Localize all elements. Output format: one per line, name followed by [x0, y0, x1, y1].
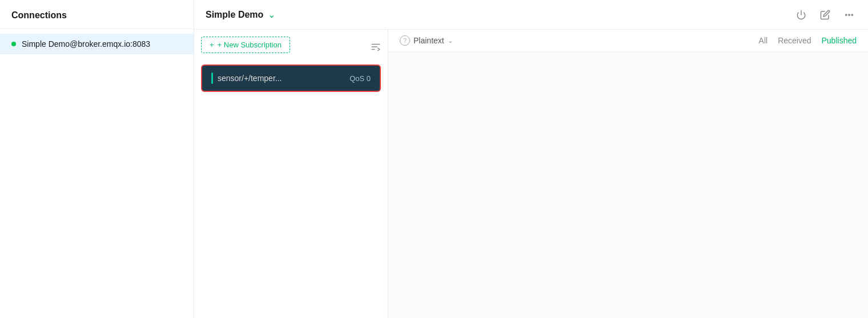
content-row: + + New Subscription sensor/+/temper..	[194, 30, 868, 318]
sidebar-header: Connections	[0, 0, 194, 29]
topbar: Simple Demo ⌄	[194, 0, 868, 30]
topbar-left: Simple Demo ⌄	[206, 9, 275, 20]
more-options-button[interactable]	[842, 7, 857, 22]
topbar-right	[794, 7, 857, 22]
plaintext-button[interactable]: ? Plaintext ⌄	[400, 35, 453, 46]
subscription-card-left: sensor/+/temper...	[211, 73, 282, 84]
new-subscription-button[interactable]: + + New Subscription	[201, 37, 290, 53]
edit-button[interactable]	[818, 7, 833, 22]
plaintext-label: Plaintext	[413, 36, 444, 45]
tab-published[interactable]: Published	[822, 36, 857, 45]
subscription-topic: sensor/+/temper...	[218, 74, 282, 83]
message-panel: ? Plaintext ⌄ All Received Published	[388, 30, 868, 318]
svg-point-2	[849, 14, 850, 15]
power-button[interactable]	[794, 7, 809, 22]
svg-point-3	[851, 14, 853, 15]
filter-tabs: All Received Published	[759, 36, 857, 45]
sidebar-title: Connections	[11, 10, 67, 20]
plaintext-icon: ?	[400, 35, 410, 46]
subscription-qos: QoS 0	[349, 74, 371, 83]
plus-icon: +	[210, 41, 214, 49]
sidebar-list: Simple Demo@broker.emqx.io:8083	[0, 29, 194, 59]
filter-icon[interactable]	[371, 42, 381, 54]
subscription-area: + + New Subscription sensor/+/temper..	[194, 30, 388, 318]
tab-all[interactable]: All	[759, 36, 768, 45]
message-toolbar: ? Plaintext ⌄ All Received Published	[388, 30, 868, 52]
sidebar: Connections Simple Demo@broker.emqx.io:8…	[0, 0, 194, 318]
sidebar-item-label: Simple Demo@broker.emqx.io:8083	[22, 39, 150, 49]
topbar-title: Simple Demo	[206, 10, 263, 20]
tab-received[interactable]: Received	[778, 36, 811, 45]
new-subscription-label: + New Subscription	[218, 41, 282, 49]
new-sub-btn-row: + + New Subscription	[201, 37, 381, 59]
plaintext-chevron-icon: ⌄	[448, 37, 453, 45]
message-content-area	[388, 52, 868, 318]
svg-point-1	[846, 14, 847, 15]
connection-status-dot	[11, 42, 16, 46]
main-area: Simple Demo ⌄	[194, 0, 868, 318]
subscription-indicator	[211, 73, 213, 84]
subscription-card[interactable]: sensor/+/temper... QoS 0	[201, 65, 381, 92]
chevron-down-icon[interactable]: ⌄	[268, 9, 275, 20]
sidebar-item-simple-demo[interactable]: Simple Demo@broker.emqx.io:8083	[0, 34, 194, 54]
